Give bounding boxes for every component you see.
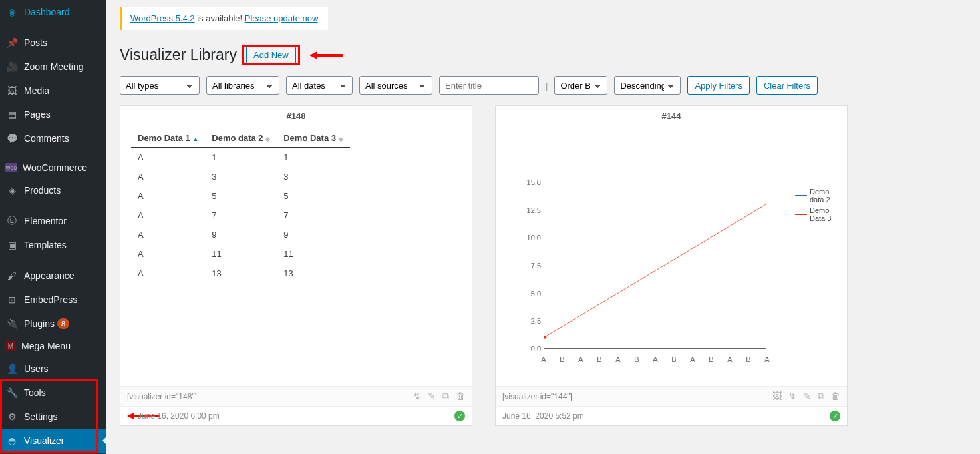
- sidebar-item-tools[interactable]: 🔧Tools: [0, 381, 106, 405]
- cell: A: [131, 167, 205, 186]
- update-now-link[interactable]: Please update now: [245, 13, 318, 23]
- sidebar-item-zoom[interactable]: 🎥Zoom Meeting: [0, 55, 106, 79]
- filter-sources[interactable]: All sources: [359, 76, 432, 95]
- apply-filters-button[interactable]: Apply Filters: [687, 76, 750, 95]
- status-ok-icon: ✓: [454, 411, 465, 421]
- sidebar-item-woocommerce[interactable]: wooWooCommerce: [0, 157, 106, 178]
- template-icon: ▣: [5, 238, 19, 252]
- label: Appearance: [24, 270, 75, 281]
- export-icon[interactable]: ↯: [788, 391, 796, 402]
- filter-title-input[interactable]: [439, 76, 539, 95]
- label: Tools: [24, 387, 46, 398]
- sidebar-item-dashboard[interactable]: ◉Dashboard: [0, 0, 106, 24]
- cell: A: [131, 225, 205, 244]
- sidebar-item-elementor[interactable]: ⒺElementor: [0, 209, 106, 233]
- y-tick: 12.5: [517, 206, 541, 214]
- cell: 9: [277, 225, 349, 244]
- sidebar-item-visualizer[interactable]: ◓Visualizer: [0, 429, 106, 453]
- sort-icon: ◆: [339, 136, 343, 142]
- page-header: Visualizer Library Add New: [120, 45, 967, 65]
- cell: 1: [205, 148, 277, 168]
- col-header[interactable]: Demo Data 1 ▲: [131, 129, 205, 148]
- sidebar-item-templates[interactable]: ▣Templates: [0, 233, 106, 257]
- table-row: A1111: [131, 244, 350, 264]
- edit-icon[interactable]: ✎: [428, 391, 436, 402]
- plug-icon: 🔌: [5, 317, 19, 330]
- sidebar-item-comments[interactable]: 💬Comments: [0, 126, 106, 150]
- sidebar-item-megamenu[interactable]: MMega Menu: [0, 336, 106, 357]
- label: Products: [24, 185, 61, 196]
- annotation-highlight: Add New: [242, 45, 300, 65]
- edit-icon[interactable]: ✎: [803, 391, 811, 402]
- add-new-button[interactable]: Add New: [246, 47, 296, 63]
- sort-icon: ◆: [265, 136, 270, 142]
- trash-icon[interactable]: 🗑: [831, 391, 840, 402]
- card-title: #144: [496, 106, 847, 126]
- pin-icon: 📌: [5, 36, 19, 49]
- card-footer-actions: [visualizer id="148"] ↯ ✎ ⧉ 🗑: [120, 386, 472, 406]
- date-text: June 16, 2020 6:00 pm: [138, 411, 220, 421]
- label: Templates: [24, 240, 67, 250]
- x-tick: A: [727, 355, 732, 363]
- sidebar-item-pages[interactable]: ▤Pages: [0, 103, 106, 126]
- x-tick: B: [560, 355, 564, 363]
- image-icon[interactable]: 🖼: [772, 391, 782, 402]
- cell: 3: [277, 167, 349, 186]
- label: Posts: [24, 37, 47, 48]
- svg-marker-3: [127, 413, 134, 419]
- clone-icon[interactable]: ⧉: [442, 391, 449, 402]
- x-tick: B: [671, 355, 676, 363]
- x-tick: B: [597, 355, 601, 363]
- y-tick: 5.0: [517, 290, 541, 298]
- label: Mega Menu: [21, 341, 71, 351]
- filter-dates[interactable]: All dates: [286, 76, 353, 95]
- y-tick: 7.5: [517, 262, 541, 270]
- table-row: A77: [131, 206, 350, 225]
- legend-label: Demo data 2: [810, 188, 836, 204]
- card-body: Demo Data 1 ▲ Demo data 2 ◆ Demo Data 3 …: [120, 126, 472, 386]
- sidebar-item-users[interactable]: 👤Users: [0, 357, 106, 381]
- x-tick: B: [709, 355, 713, 363]
- legend-swatch: [795, 195, 807, 196]
- col-header[interactable]: Demo Data 3 ◆: [277, 129, 349, 148]
- sidebar-item-posts[interactable]: 📌Posts: [0, 31, 106, 55]
- cell: A: [131, 264, 205, 283]
- x-tick: A: [615, 355, 620, 363]
- admin-sidebar: ◉Dashboard 📌Posts 🎥Zoom Meeting 🖼Media ▤…: [0, 0, 106, 454]
- comment-icon: 💬: [5, 132, 19, 145]
- user-icon: 👤: [5, 362, 19, 375]
- sort-asc-icon: ▲: [192, 136, 198, 142]
- wp-version-link[interactable]: WordPress 5.4.2: [130, 13, 195, 23]
- legend-swatch: [795, 214, 807, 215]
- date-text: June 16, 2020 5:52 pm: [502, 411, 584, 421]
- cell: 5: [277, 186, 349, 206]
- sidebar-item-products[interactable]: ◈Products: [0, 178, 106, 202]
- x-tick: A: [690, 355, 695, 363]
- legend-item: Demo Data 3: [795, 206, 836, 222]
- sidebar-item-appearance[interactable]: 🖌Appearance: [0, 264, 106, 288]
- export-icon[interactable]: ↯: [413, 391, 421, 402]
- col-header[interactable]: Demo data 2 ◆: [205, 129, 277, 148]
- sidebar-item-plugins[interactable]: 🔌Plugins8: [0, 312, 106, 336]
- dashboard-icon: ◉: [5, 5, 19, 19]
- video-icon: 🎥: [5, 60, 19, 73]
- data-table: Demo Data 1 ▲ Demo data 2 ◆ Demo Data 3 …: [131, 129, 350, 283]
- sidebar-item-embedpress[interactable]: ⊡EmbedPress: [0, 288, 106, 312]
- trash-icon[interactable]: 🗑: [456, 391, 465, 402]
- cell: 11: [277, 244, 349, 264]
- table-row: A33: [131, 167, 350, 186]
- filter-direction[interactable]: Descending: [614, 76, 681, 95]
- filter-orderby[interactable]: Order By: [554, 76, 607, 95]
- filter-libraries[interactable]: All libraries: [206, 76, 279, 95]
- chart-legend: Demo data 2 Demo Data 3: [795, 188, 836, 225]
- clone-icon[interactable]: ⧉: [818, 391, 824, 402]
- sidebar-item-settings[interactable]: ⚙Settings: [0, 405, 106, 429]
- update-notice: WordPress 5.4.2 is available! Please upd…: [120, 7, 328, 30]
- clear-filters-button[interactable]: Clear Filters: [756, 76, 818, 95]
- label: EmbedPress: [24, 294, 77, 305]
- y-tick: 2.5: [517, 317, 541, 325]
- sidebar-item-media[interactable]: 🖼Media: [0, 79, 106, 103]
- filter-types[interactable]: All types: [120, 76, 200, 95]
- card-footer-actions: [visualizer id="144"] 🖼 ↯ ✎ ⧉ 🗑: [496, 386, 847, 406]
- update-badge: 8: [57, 318, 69, 329]
